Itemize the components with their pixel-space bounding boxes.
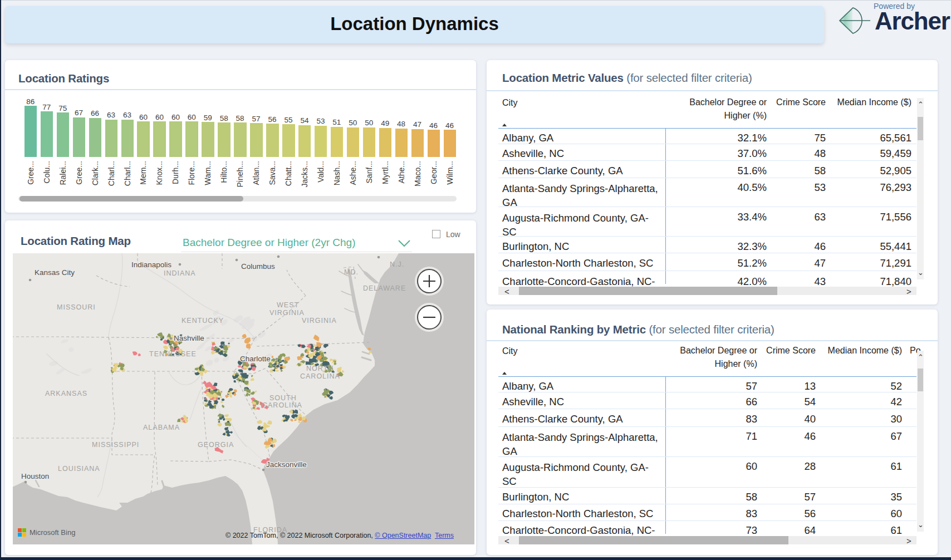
svg-text:Houston: Houston [21,472,49,480]
svg-text:SOUTH: SOUTH [269,394,297,402]
svg-text:Charlotte: Charlotte [240,355,271,363]
svg-text:DELAWARE: DELAWARE [363,284,406,292]
svg-text:VIRGINIA: VIRGINIA [302,317,337,325]
svg-text:MISSOURI: MISSOURI [57,303,96,311]
svg-text:N.J.: N.J. [390,261,404,268]
svg-text:INDIANA: INDIANA [164,269,196,277]
svg-text:ARKANSAS: ARKANSAS [45,390,87,397]
svg-text:ALABAMA: ALABAMA [143,424,180,431]
svg-text:MISSISSIPPI: MISSISSIPPI [92,441,139,449]
svg-text:TENNESSEE: TENNESSEE [149,350,197,358]
svg-text:Columbus: Columbus [241,262,275,271]
svg-text:LOUISIANA: LOUISIANA [58,465,100,473]
svg-text:KENTUCKY: KENTUCKY [182,317,224,325]
svg-text:WEST: WEST [277,301,299,309]
svg-text:MD.: MD. [344,268,359,276]
svg-text:Nashville: Nashville [174,334,204,342]
svg-text:Jacksonville: Jacksonville [266,460,307,469]
svg-text:CAROLINA: CAROLINA [262,401,302,409]
svg-text:Indianapolis: Indianapolis [131,261,171,269]
svg-text:GEORGIA: GEORGIA [198,441,234,449]
svg-text:NORTH: NORTH [306,365,334,372]
svg-text:CAROLINA: CAROLINA [300,372,340,380]
svg-text:VIRGINIA: VIRGINIA [269,309,305,317]
svg-text:Kansas City: Kansas City [35,268,75,277]
